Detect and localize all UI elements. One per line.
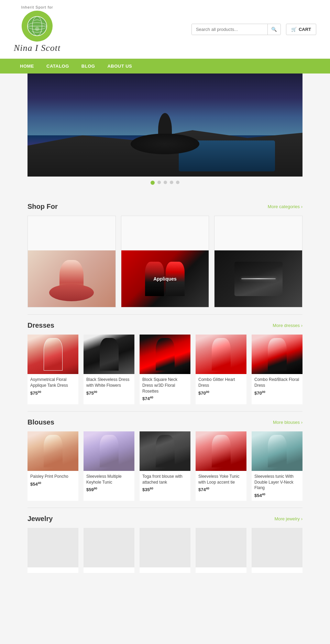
hero-figure-body [158, 113, 172, 147]
main-content: Shop For More categories › Appliques [0, 189, 330, 583]
cart-label: CART [299, 27, 311, 32]
product-card-dress4[interactable]: Combo Glitter Heart Dress $7000 [196, 335, 246, 404]
product-name-blouse4: Sleeveless Yoke Tunic with Loop accent t… [198, 474, 244, 485]
search-button[interactable]: 🔍 [267, 24, 280, 35]
product-name-dress4: Combo Glitter Heart Dress [198, 377, 244, 388]
product-card-dress5[interactable]: Combo Red/Black Floral Dress $7000 [252, 335, 302, 404]
product-img-dress4 [196, 335, 246, 374]
logo-subtitle: Inherit Sport for [21, 5, 53, 9]
product-info-jewelry5 [252, 567, 302, 573]
product-img-jewelry4 [196, 528, 246, 567]
category-img-appliques: Appliques [121, 250, 209, 307]
search-input[interactable] [192, 24, 267, 35]
product-img-blouse2 [84, 431, 134, 471]
category-top-appliques [121, 216, 209, 250]
product-card-dress2[interactable]: Black Sleeveless Dress with White Flower… [84, 335, 134, 404]
hero-dot-1[interactable] [151, 181, 155, 185]
logo-area: Inherit Sport for Nina I Scott [14, 5, 60, 53]
product-img-dress5 [252, 335, 302, 374]
divider-3 [28, 508, 302, 508]
product-name-blouse3: Toga front blouse with attached tank [142, 474, 188, 485]
shop-for-header: Shop For More categories › [28, 203, 302, 211]
product-info-blouse5: Sleeveless tunic With Double Layer V-Nec… [252, 471, 302, 501]
product-price-dress5: $7000 [254, 390, 300, 396]
category-grid: Appliques [28, 216, 302, 307]
product-img-blouse1 [28, 431, 78, 471]
product-name-dress5: Combo Red/Black Floral Dress [254, 377, 300, 388]
product-info-blouse1: Paisley Print Poncho $5440 [28, 471, 78, 489]
dresses-title: Dresses [28, 321, 54, 329]
product-price-blouse3: $3560 [142, 487, 188, 492]
product-card-dress3[interactable]: Block Square Neck Dress w/3D Floral Rose… [140, 335, 190, 404]
product-name-blouse5: Sleeveless tunic With Double Layer V-Nec… [254, 474, 300, 491]
header: Inherit Sport for Nina I Scott 🔍 🛒 CART [0, 0, 330, 59]
product-img-jewelry2 [84, 528, 134, 567]
jewelry-header: Jewelry More jewelry › [28, 515, 302, 523]
product-name-dress3: Block Square Neck Dress w/3D Floral Rose… [142, 377, 188, 394]
nav-item-home[interactable]: HOME [14, 59, 40, 74]
hero-dot-2[interactable] [157, 181, 161, 184]
product-card-jewelry1[interactable] [28, 528, 78, 573]
product-img-jewelry1 [28, 528, 78, 567]
jewelry-title: Jewelry [28, 515, 53, 523]
product-card-jewelry3[interactable] [140, 528, 190, 573]
product-info-jewelry1 [28, 567, 78, 573]
product-img-dress2 [84, 335, 134, 374]
header-right: 🔍 🛒 CART [191, 24, 316, 35]
category-card-dresses[interactable] [28, 216, 116, 307]
category-card-jewelry[interactable] [214, 216, 302, 307]
hero-figure-skirt [131, 134, 199, 154]
hero-dot-4[interactable] [170, 181, 173, 184]
hero-dots [28, 177, 302, 189]
product-name-blouse2: Sleeveless Multiple Keyhole Tunic [86, 474, 132, 485]
category-img-jewelry [214, 250, 302, 307]
product-card-jewelry4[interactable] [196, 528, 246, 573]
product-img-blouse4 [196, 431, 246, 471]
product-card-blouse4[interactable]: Sleeveless Yoke Tunic with Loop accent t… [196, 431, 246, 501]
product-card-blouse5[interactable]: Sleeveless tunic With Double Layer V-Nec… [252, 431, 302, 501]
hero-dot-3[interactable] [164, 181, 167, 184]
product-card-blouse3[interactable]: Toga front blouse with attached tank $35… [140, 431, 190, 501]
product-card-jewelry5[interactable] [252, 528, 302, 573]
category-top-dresses [28, 216, 116, 250]
product-card-jewelry2[interactable] [84, 528, 134, 573]
category-card-appliques[interactable]: Appliques [121, 216, 209, 307]
blouses-header: Blouses More blouses › [28, 418, 302, 426]
product-info-dress5: Combo Red/Black Floral Dress $7000 [252, 374, 302, 398]
product-info-jewelry4 [196, 567, 246, 573]
product-card-dress1[interactable]: Asymmetrical Floral Applique Tank Dress … [28, 335, 78, 404]
category-label-appliques: Appliques [153, 276, 177, 282]
blouses-grid: Paisley Print Poncho $5440 Sleeveless Mu… [28, 431, 302, 501]
search-icon: 🔍 [271, 27, 277, 32]
more-blouses-link[interactable]: More blouses › [273, 420, 302, 425]
logo-globe-icon [27, 16, 47, 36]
divider-2 [28, 411, 302, 411]
more-dresses-link[interactable]: More dresses › [273, 323, 302, 328]
hero-dot-5[interactable] [176, 181, 179, 184]
product-img-blouse3 [140, 431, 190, 471]
product-info-jewelry3 [140, 567, 190, 573]
main-nav: HOME CATALOG BLOG ABOUT US [0, 59, 330, 74]
product-info-dress1: Asymmetrical Floral Applique Tank Dress … [28, 374, 78, 398]
product-img-jewelry3 [140, 528, 190, 567]
nav-item-catalog[interactable]: CATALOG [40, 59, 75, 74]
more-categories-link[interactable]: More categories › [268, 204, 302, 209]
product-price-dress2: $7500 [86, 390, 132, 396]
more-jewelry-link[interactable]: More jewelry › [274, 516, 302, 521]
product-name-dress2: Black Sleeveless Dress with White Flower… [86, 377, 132, 388]
product-img-blouse5 [252, 431, 302, 471]
product-name-dress1: Asymmetrical Floral Applique Tank Dress [30, 377, 76, 388]
product-price-blouse1: $5440 [30, 481, 76, 487]
nav-item-blog[interactable]: BLOG [75, 59, 101, 74]
cart-icon: 🛒 [291, 27, 297, 32]
svg-point-4 [35, 27, 39, 31]
shop-for-title: Shop For [28, 203, 58, 211]
nav-item-about[interactable]: ABOUT US [101, 59, 138, 74]
product-price-dress3: $7440 [142, 396, 188, 401]
product-card-blouse1[interactable]: Paisley Print Poncho $5440 [28, 431, 78, 501]
product-card-blouse2[interactable]: Sleeveless Multiple Keyhole Tunic $5990 [84, 431, 134, 501]
blouses-title: Blouses [28, 418, 54, 426]
category-img-dresses [28, 250, 116, 307]
cart-button[interactable]: 🛒 CART [286, 24, 316, 35]
hero-section [28, 74, 302, 189]
